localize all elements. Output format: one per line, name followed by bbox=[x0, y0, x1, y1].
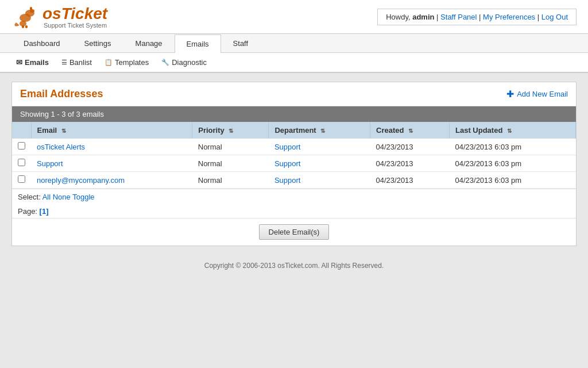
svg-rect-5 bbox=[22, 25, 24, 28]
dept-col-label: Department bbox=[274, 126, 316, 135]
add-new-label: Add New Email bbox=[517, 90, 568, 98]
created-sort-icon: ⇅ bbox=[408, 128, 413, 134]
table-header-row: Email ⇅ Priority ⇅ Department ⇅ Created … bbox=[12, 122, 576, 139]
row-updated-cell: 04/23/2013 6:03 pm bbox=[449, 172, 575, 189]
row-updated-cell: 04/23/2013 6:03 pm bbox=[449, 155, 575, 172]
created-col-label: Created bbox=[376, 126, 404, 135]
subnav-templates-label: Templates bbox=[115, 58, 149, 67]
envelope-icon bbox=[16, 58, 22, 67]
row-department-cell: Support bbox=[269, 155, 370, 172]
svg-point-4 bbox=[30, 7, 32, 10]
logo-subtitle: Support Ticket System bbox=[44, 22, 107, 29]
header: osTicket Support Ticket System Howdy, ad… bbox=[0, 0, 588, 34]
action-bar: Delete Email(s) bbox=[12, 218, 576, 246]
select-toggle-link[interactable]: Toggle bbox=[72, 193, 94, 201]
subnav-templates[interactable]: 📋 Templates bbox=[100, 56, 153, 68]
content-area: Email Addresses ✚ Add New Email Showing … bbox=[11, 82, 577, 246]
email-table: Email ⇅ Priority ⇅ Department ⇅ Created … bbox=[12, 122, 576, 189]
select-none-link[interactable]: None bbox=[53, 193, 71, 201]
tab-dashboard[interactable]: Dashboard bbox=[11, 34, 72, 52]
header-department[interactable]: Department ⇅ bbox=[269, 122, 370, 139]
row-created-cell: 04/23/2013 bbox=[370, 139, 450, 155]
subnav-banlist-label: Banlist bbox=[69, 58, 92, 67]
log-out-link[interactable]: Log Out bbox=[541, 13, 568, 21]
select-label: Select: bbox=[18, 193, 41, 201]
row-created-cell: 04/23/2013 bbox=[370, 155, 450, 172]
user-info-box: Howdy, admin | Staff Panel | My Preferen… bbox=[377, 9, 577, 25]
select-all-link[interactable]: All bbox=[42, 193, 51, 201]
row-created-cell: 04/23/2013 bbox=[370, 172, 450, 189]
row-department-cell: Support bbox=[269, 139, 370, 155]
add-new-email-link[interactable]: ✚ Add New Email bbox=[506, 89, 568, 99]
subnav-emails-label: Emails bbox=[25, 58, 49, 67]
row-email-cell: noreply@mycompany.com bbox=[31, 172, 192, 189]
templates-icon: 📋 bbox=[105, 59, 113, 66]
row-checkbox-2[interactable] bbox=[18, 175, 25, 183]
table-row: osTicket Alerts Normal Support 04/23/201… bbox=[12, 139, 576, 155]
copyright-text: Copyright © 2006-2013 osTicket.com. All … bbox=[204, 262, 384, 270]
table-row: Support Normal Support 04/23/2013 04/23/… bbox=[12, 155, 576, 172]
row-checkbox-cell[interactable] bbox=[12, 172, 31, 189]
subnav-emails[interactable]: Emails bbox=[11, 56, 53, 68]
main-nav: Dashboard Settings Manage Emails Staff bbox=[0, 34, 588, 53]
subnav-diagnostic[interactable]: 🔧 Diagnostic bbox=[157, 56, 211, 68]
header-checkbox-col bbox=[12, 122, 31, 139]
row-priority-cell: Normal bbox=[192, 155, 269, 172]
row-checkbox-0[interactable] bbox=[18, 142, 25, 150]
updated-col-label: Last Updated bbox=[455, 126, 502, 135]
tab-settings[interactable]: Settings bbox=[72, 34, 123, 52]
tab-emails[interactable]: Emails bbox=[175, 34, 221, 53]
row-priority-cell: Normal bbox=[192, 139, 269, 155]
svg-rect-6 bbox=[25, 25, 28, 28]
row-priority-cell: Normal bbox=[192, 172, 269, 189]
email-table-body: osTicket Alerts Normal Support 04/23/201… bbox=[12, 139, 576, 189]
email-sort-icon: ⇅ bbox=[61, 128, 66, 134]
showing-text: Showing 1 - 3 of 3 emails bbox=[20, 110, 104, 118]
subnav-diagnostic-label: Diagnostic bbox=[172, 58, 207, 67]
row-department-link-0[interactable]: Support bbox=[274, 143, 301, 151]
row-email-link-2[interactable]: noreply@mycompany.com bbox=[37, 176, 125, 185]
page-current: [1] bbox=[40, 207, 49, 216]
greeting-text: Howdy, bbox=[386, 13, 410, 21]
subnav-banlist[interactable]: ☰ Banlist bbox=[57, 56, 96, 68]
dept-sort-icon: ⇅ bbox=[320, 128, 325, 134]
svg-point-1 bbox=[20, 14, 31, 22]
section-title: Email Addresses bbox=[20, 88, 103, 100]
row-checkbox-cell[interactable] bbox=[12, 155, 31, 172]
tab-staff[interactable]: Staff bbox=[221, 34, 261, 52]
priority-sort-icon: ⇅ bbox=[229, 128, 233, 134]
row-email-cell: osTicket Alerts bbox=[31, 139, 192, 155]
row-email-link-0[interactable]: osTicket Alerts bbox=[37, 143, 85, 151]
kangaroo-icon bbox=[11, 5, 40, 28]
sub-nav: Emails ☰ Banlist 📋 Templates 🔧 Diagnosti… bbox=[0, 53, 588, 73]
table-select-footer: Select: All None Toggle bbox=[12, 189, 576, 205]
staff-panel-link[interactable]: Staff Panel bbox=[440, 13, 477, 21]
priority-col-label: Priority bbox=[198, 126, 225, 135]
logo-text: osTicket Support Ticket System bbox=[42, 5, 107, 29]
header-created[interactable]: Created ⇅ bbox=[370, 122, 450, 139]
add-icon: ✚ bbox=[506, 89, 514, 99]
section-header: Email Addresses ✚ Add New Email bbox=[12, 82, 576, 106]
row-updated-cell: 04/23/2013 6:03 pm bbox=[449, 139, 575, 155]
page-label: Page: bbox=[18, 207, 37, 216]
updated-sort-icon: ⇅ bbox=[507, 128, 512, 134]
diagnostic-icon: 🔧 bbox=[161, 59, 169, 66]
header-last-updated[interactable]: Last Updated ⇅ bbox=[449, 122, 575, 139]
row-checkbox-cell[interactable] bbox=[12, 139, 31, 155]
email-col-label: Email bbox=[37, 126, 57, 135]
header-priority[interactable]: Priority ⇅ bbox=[192, 122, 269, 139]
delete-emails-button[interactable]: Delete Email(s) bbox=[259, 224, 330, 240]
table-row: noreply@mycompany.com Normal Support 04/… bbox=[12, 172, 576, 189]
row-email-link-1[interactable]: Support bbox=[37, 159, 63, 168]
my-preferences-link[interactable]: My Preferences bbox=[483, 13, 535, 21]
row-checkbox-1[interactable] bbox=[18, 159, 25, 166]
tab-manage[interactable]: Manage bbox=[123, 34, 175, 52]
row-department-link-2[interactable]: Support bbox=[274, 176, 301, 185]
page-info: Page: [1] bbox=[12, 205, 576, 218]
row-department-link-1[interactable]: Support bbox=[274, 159, 301, 168]
header-email[interactable]: Email ⇅ bbox=[31, 122, 192, 139]
logo-wrapper: osTicket Support Ticket System bbox=[11, 5, 107, 29]
banlist-icon: ☰ bbox=[61, 59, 67, 66]
showing-bar: Showing 1 - 3 of 3 emails bbox=[12, 106, 576, 122]
row-email-cell: Support bbox=[31, 155, 192, 172]
